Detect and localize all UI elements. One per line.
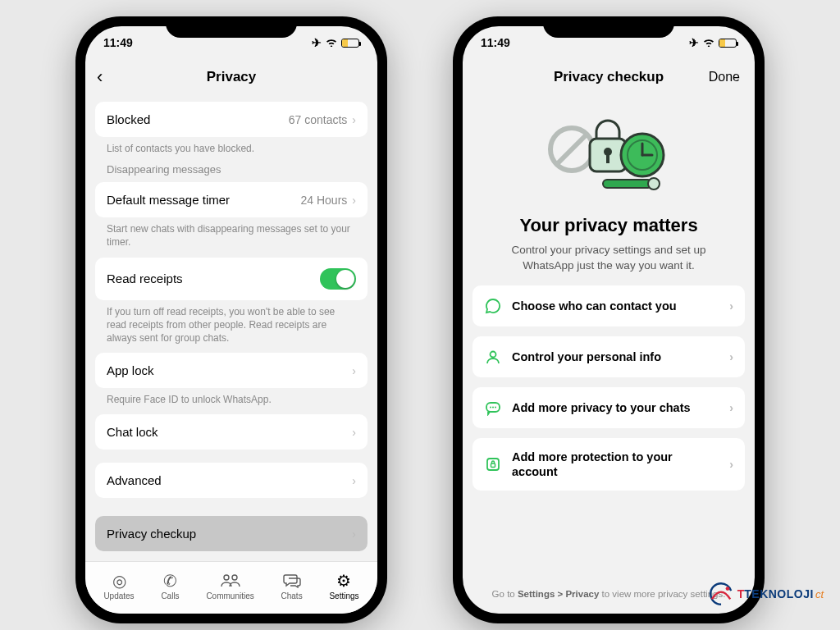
- back-button[interactable]: ‹: [97, 68, 103, 86]
- blocked-row[interactable]: Blocked 67 contacts ›: [95, 102, 368, 137]
- receipts-label: Read receipts: [107, 272, 183, 285]
- page-title: Privacy: [207, 69, 257, 85]
- footer-prefix: Go to: [492, 589, 518, 599]
- calls-icon: ✆: [163, 572, 177, 590]
- svg-point-13: [491, 351, 496, 357]
- status-icons: ✈︎: [689, 36, 737, 49]
- svg-rect-6: [606, 153, 609, 163]
- chats-icon: [283, 572, 301, 590]
- phone-notch: [166, 16, 297, 38]
- wifi-icon: [702, 36, 715, 49]
- tab-calls[interactable]: ✆ Calls: [161, 572, 179, 600]
- chevron-right-icon: ›: [352, 474, 356, 487]
- status-icons: ✈︎: [312, 36, 359, 49]
- privacy-settings-content: Blocked 67 contacts › List of contacts y…: [85, 95, 377, 561]
- phone-frame-left: 11:49 ✈︎ ‹ Privacy Blocked 67 contacts ›…: [75, 16, 387, 623]
- chevron-right-icon: ›: [729, 299, 733, 313]
- footer-note: Go to Settings > Privacy to view more pr…: [472, 578, 745, 614]
- watermark-suffix: ct: [815, 588, 824, 600]
- chevron-right-icon: ›: [352, 194, 356, 207]
- advanced-row[interactable]: Advanced ›: [95, 463, 368, 498]
- privacy-illustration: [472, 100, 745, 207]
- svg-point-20: [725, 587, 729, 591]
- svg-line-3: [557, 135, 587, 164]
- done-button[interactable]: Done: [709, 70, 740, 84]
- page-title: Privacy checkup: [554, 69, 664, 85]
- option-protection-account[interactable]: Add more protection to your account ›: [472, 438, 745, 491]
- option-label: Choose who can contact you: [512, 299, 719, 313]
- read-receipts-row[interactable]: Read receipts: [95, 258, 368, 300]
- chat-lock-row[interactable]: Chat lock ›: [95, 414, 368, 450]
- option-label: Control your personal info: [512, 349, 719, 364]
- option-choose-contact[interactable]: Choose who can contact you ›: [472, 285, 745, 326]
- blocked-value: 67 contacts: [289, 113, 348, 126]
- chatlock-label: Chat lock: [107, 425, 158, 439]
- header: ‹ Privacy: [85, 59, 377, 95]
- wifi-icon: [325, 36, 338, 49]
- phone-frame-right: 11:49 ✈︎ Privacy checkup Done: [453, 16, 765, 623]
- chevron-right-icon: ›: [729, 350, 733, 363]
- privacy-checkup-content: Your privacy matters Control your privac…: [463, 95, 755, 614]
- watermark-logo-icon: [708, 581, 734, 607]
- status-time: 11:49: [103, 36, 133, 49]
- chevron-right-icon: ›: [729, 401, 733, 414]
- svg-point-17: [495, 406, 496, 408]
- option-privacy-chats[interactable]: Add more privacy to your chats ›: [472, 387, 745, 428]
- hero-title: Your privacy matters: [472, 215, 745, 236]
- chevron-right-icon: ›: [352, 113, 356, 126]
- svg-rect-18: [487, 459, 499, 470]
- updates-icon: ◎: [112, 572, 126, 590]
- svg-point-16: [492, 406, 494, 408]
- header: Privacy checkup Done: [463, 59, 755, 95]
- footer-suffix: to view more privacy settings.: [599, 589, 725, 599]
- svg-point-12: [648, 178, 660, 189]
- svg-rect-19: [491, 463, 495, 468]
- applock-desc: Require Face ID to unlock WhatsApp.: [95, 388, 368, 408]
- svg-point-15: [490, 406, 491, 408]
- chevron-right-icon: ›: [352, 426, 356, 439]
- settings-icon: ⚙: [336, 572, 351, 590]
- message-icon: [484, 399, 502, 417]
- phone-screen-right: 11:49 ✈︎ Privacy checkup Done: [463, 26, 755, 614]
- chevron-right-icon: ›: [352, 527, 356, 541]
- tab-communities[interactable]: Communities: [206, 572, 253, 600]
- tab-chats[interactable]: Chats: [281, 572, 303, 600]
- tab-label: Communities: [206, 591, 253, 600]
- chevron-right-icon: ›: [729, 458, 733, 471]
- status-time: 11:49: [481, 36, 510, 49]
- default-timer-row[interactable]: Default message timer 24 Hours ›: [95, 182, 368, 217]
- tab-updates[interactable]: ◎ Updates: [103, 572, 134, 600]
- phone-notch: [543, 16, 674, 38]
- airplane-icon: ✈︎: [312, 36, 322, 49]
- app-lock-row[interactable]: App lock ›: [95, 353, 368, 388]
- blocked-desc: List of contacts you have blocked.: [95, 137, 368, 157]
- disappearing-section-title: Disappearing messages: [95, 157, 368, 176]
- tab-label: Settings: [329, 591, 358, 600]
- battery-icon: [719, 39, 737, 48]
- privacy-checkup-row[interactable]: Privacy checkup ›: [95, 516, 368, 551]
- phone-screen-left: 11:49 ✈︎ ‹ Privacy Blocked 67 contacts ›…: [85, 26, 377, 614]
- communities-icon: [221, 572, 240, 590]
- shield-icon: [484, 455, 502, 473]
- chat-bubble-icon: [484, 297, 502, 315]
- svg-point-1: [232, 575, 237, 580]
- tab-label: Chats: [281, 591, 303, 600]
- airplane-icon: ✈︎: [689, 36, 699, 49]
- option-control-personal[interactable]: Control your personal info ›: [472, 336, 745, 377]
- tab-settings[interactable]: ⚙ Settings: [329, 572, 358, 600]
- footer-link: Settings > Privacy: [518, 589, 599, 599]
- person-icon: [484, 348, 502, 366]
- watermark-text: TEKNOLOJI: [744, 587, 814, 600]
- hero-subtitle: Control your privacy settings and set up…: [472, 236, 745, 276]
- timer-value: 24 Hours: [301, 194, 348, 207]
- chevron-right-icon: ›: [352, 364, 356, 377]
- tab-label: Calls: [161, 591, 179, 600]
- option-label: Add more privacy to your chats: [512, 400, 719, 415]
- battery-icon: [341, 39, 359, 48]
- svg-rect-11: [603, 180, 652, 188]
- tab-bar: ◎ Updates ✆ Calls Communities Chats ⚙: [85, 561, 377, 614]
- watermark: TTEKNOLOJIct: [708, 581, 824, 607]
- svg-point-0: [224, 575, 229, 580]
- receipts-toggle[interactable]: [320, 268, 356, 290]
- tab-label: Updates: [103, 591, 134, 600]
